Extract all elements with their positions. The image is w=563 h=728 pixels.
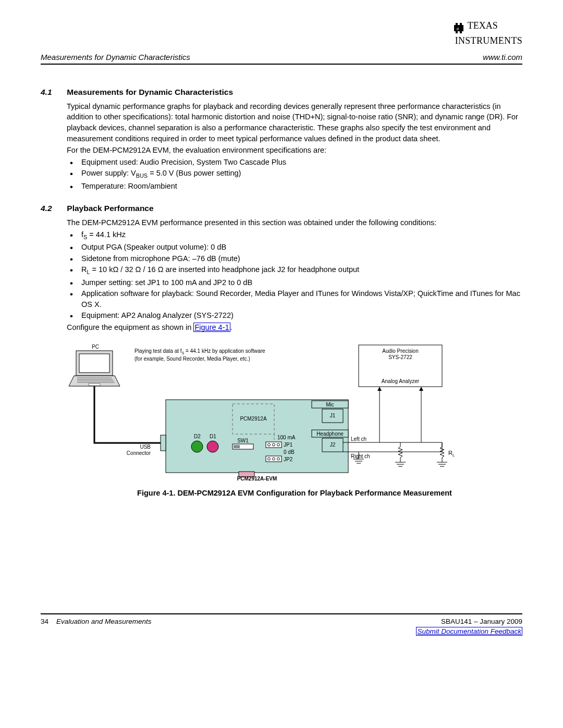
svg-rect-8 — [89, 384, 100, 386]
config-pre: Configure the equipment as shown in — [67, 323, 193, 331]
section-title: Playback Performance — [67, 204, 153, 213]
list-item: fS = 44.1 kHz — [67, 229, 522, 241]
section-4-2-heading: 4.2 Playback Performance — [41, 203, 522, 214]
section-number: 4.1 — [41, 87, 65, 98]
sec42-para1: The DEM-PCM2912A EVM performance present… — [67, 217, 522, 228]
pc-icon — [69, 351, 120, 386]
sec41-bullet-list: Equipment used: Audio Precision, System … — [67, 157, 522, 191]
svg-marker-19 — [377, 387, 382, 391]
jp1-header — [266, 442, 282, 448]
d2-led — [191, 441, 203, 452]
list-item: Temperature: Room/ambient — [67, 181, 522, 192]
doc-id: SBAU141 – January 2009 — [441, 618, 522, 625]
db0-label: 0 dB — [284, 449, 295, 455]
list-item: Application software for playback: Sound… — [67, 288, 522, 310]
rightch-label: Right ch — [351, 453, 370, 459]
footer-rule — [41, 613, 522, 614]
section-number: 4.2 — [41, 203, 65, 214]
usb-label-2: Connector — [127, 450, 151, 456]
play-text-1: Playing test data at fS = 44.1 kHz by ap… — [134, 348, 265, 355]
usb-cable — [94, 386, 161, 443]
evm-label: PCM2912A-EVM — [237, 476, 277, 482]
d2-label: D2 — [194, 434, 201, 439]
hp-label: Headphone — [316, 431, 344, 437]
figure-4-1: PC Playing test data at fS = 44.1 kHz by… — [67, 342, 522, 499]
svg-marker-21 — [419, 387, 423, 391]
d1-label: D1 — [210, 434, 216, 439]
pcm2912a-label: PCM2912A — [240, 416, 266, 422]
figure-caption: Figure 4-1. DEM-PCM2912A EVM Configurati… — [67, 488, 522, 499]
svg-rect-2 — [79, 354, 109, 373]
usb-label-1: USB — [140, 444, 151, 450]
logo-texas: TEXAS — [468, 20, 498, 31]
j2-label: J2 — [330, 442, 336, 448]
list-item: RL = 10 kΩ / 32 Ω / 16 Ω are inserted in… — [67, 264, 522, 276]
sec41-para2: For the DEM-PCM2912A EVM, the evaluation… — [67, 145, 522, 156]
play-text-2: (for example, Sound Recorder, Media Play… — [134, 356, 250, 362]
sw1-slider — [234, 445, 240, 448]
usb-connector — [161, 435, 166, 451]
sec42-config: Configure the equipment as shown in Figu… — [67, 322, 522, 333]
j1-label: J1 — [330, 413, 336, 418]
list-item: Output PGA (Speaker output volume): 0 dB — [67, 242, 522, 253]
submit-feedback-link[interactable]: Submit Documentation Feedback — [416, 627, 522, 636]
ti-logo: ti TEXAS INSTRUMENTS — [453, 21, 522, 46]
page-number: 34 — [41, 618, 48, 625]
page-header: Measurements for Dynamic Characteristics… — [41, 52, 522, 65]
ap-line2: SYS-2722 — [388, 354, 412, 360]
list-item: Equipment used: Audio Precision, System … — [67, 157, 522, 168]
list-item: Sidetone from microphone PGA: –76 dB (mu… — [67, 253, 522, 264]
ma100-label: 100 mA — [277, 435, 296, 440]
sec41-para1: Typical dynamic performance graphs for p… — [67, 101, 522, 144]
leftch-label: Left ch — [351, 436, 366, 442]
jp2-header — [266, 456, 282, 462]
chapter-name: Evaluation and Measurements — [56, 618, 151, 625]
rl-left — [395, 442, 406, 466]
mic-label: Mic — [326, 402, 334, 408]
pc-label: PC — [92, 344, 99, 350]
rl-label: RL — [448, 450, 455, 458]
ap-line1: Audio Precision — [382, 348, 418, 354]
section-4-1-heading: 4.1 Measurements for Dynamic Characteris… — [41, 87, 522, 98]
brand-logo-row: ti TEXAS INSTRUMENTS — [41, 21, 522, 46]
svg-text:ti: ti — [457, 27, 459, 31]
figure-4-1-link[interactable]: Figure 4-1 — [193, 323, 230, 332]
page-footer: 34 Evaluation and Measurements SBAU141 –… — [41, 616, 522, 636]
header-left: Measurements for Dynamic Characteristics — [41, 52, 190, 63]
d1-led — [207, 441, 218, 452]
ap-line3: Analog Analyzer — [382, 378, 420, 384]
jp1-label: JP1 — [284, 442, 293, 448]
config-post: . — [230, 323, 232, 331]
list-item: Equipment: AP2 Analog Analyzer (SYS-2722… — [67, 310, 522, 321]
list-item: Power supply: VBUS = 5.0 V (Bus power se… — [67, 168, 522, 180]
ti-chip-icon: ti — [453, 22, 467, 37]
logo-instruments: INSTRUMENTS — [455, 35, 522, 46]
jp2-label: JP2 — [284, 456, 293, 462]
sw1-label: SW1 — [237, 438, 249, 443]
section-title: Measurements for Dynamic Characteristics — [67, 88, 233, 96]
header-right: www.ti.com — [483, 52, 522, 63]
sec42-bullet-list: fS = 44.1 kHzOutput PGA (Speaker output … — [67, 229, 522, 321]
list-item: Jumper setting: set JP1 to 100 mA and JP… — [67, 277, 522, 288]
